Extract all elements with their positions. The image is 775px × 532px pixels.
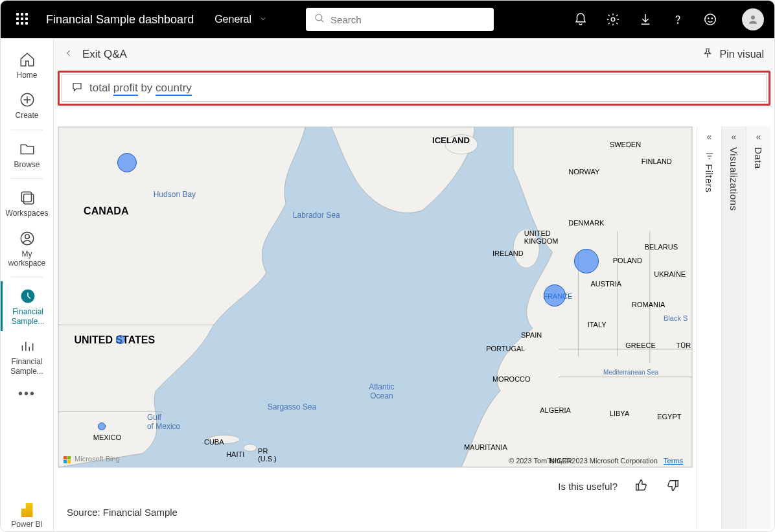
svg-point-1 [611,17,615,21]
sidebar-label: Financial Sample... [3,357,51,376]
global-search[interactable] [306,8,494,31]
search-input[interactable] [330,14,486,25]
download-icon[interactable] [638,12,653,27]
map-country-label: POLAND [613,257,642,264]
sidebar-item-browse[interactable]: Browse [1,134,53,174]
sidebar-item-financial-report[interactable]: Financial Sample... [1,331,53,381]
svg-rect-9 [23,194,33,204]
app-header: Financial Sample dashboard General [1,1,774,38]
chevron-left-icon [64,48,73,61]
sidebar-more[interactable]: ••• [18,386,36,401]
sidebar-item-workspaces[interactable]: Workspaces [1,183,53,223]
pin-visual-button[interactable]: Pin visual [702,47,764,62]
svg-point-6 [751,16,755,19]
map-country-label: UNITEDKINGDOM [524,229,559,245]
thumbs-down-icon[interactable] [665,478,680,494]
map-data-bubble[interactable] [116,335,125,344]
chat-bubble-icon [71,81,83,96]
expand-chevron-icon: « [732,132,737,142]
user-avatar[interactable] [742,8,764,30]
map-credits: © 2023 TomTom, © 2023 Microsoft Corporat… [509,457,683,465]
map-data-bubble[interactable] [574,249,599,273]
map-water-label: Black S [664,314,688,322]
map-water-label: Mediterranean Sea [603,369,658,376]
sidebar-label: Home [16,71,37,80]
visualizations-pane-collapsed[interactable]: « Visualizations [721,126,746,529]
exit-qna-button[interactable]: Exit Q&A [64,48,127,61]
thumbs-up-icon[interactable] [634,478,649,494]
svg-point-0 [316,14,322,21]
map-region-label: ICELAND [432,135,470,145]
map-country-label: TÜR [677,341,691,349]
app-launcher-icon[interactable] [16,13,29,26]
expand-chevron-icon: « [756,132,761,142]
dashboard-title: Financial Sample dashboard [46,13,194,27]
map-overlay-labels: CANADAUNITED STATESICELANDHudson BayLabr… [58,127,692,467]
sidebar-item-create[interactable]: Create [1,85,53,125]
map-country-label: GREECE [625,341,655,349]
map-country-label: HAITI [226,450,244,458]
map-country-label: LIBYA [610,410,629,417]
sidebar-item-my-workspace[interactable]: My workspace [1,224,53,273]
help-icon[interactable] [671,12,685,27]
map-country-label: CUBA [204,438,224,446]
data-pane-collapsed[interactable]: « Data [746,126,770,529]
map-data-bubble[interactable] [98,422,106,430]
map-country-label: MOROCCO [492,375,531,383]
filters-pane-collapsed[interactable]: « Filters [697,126,721,529]
svg-point-4 [708,18,709,19]
svg-point-3 [705,14,716,25]
sensitivity-dropdown[interactable]: General [209,14,267,25]
exit-qna-label: Exit Q&A [82,48,127,61]
map-country-label: ITALY [588,321,607,329]
sidebar-label: Create [15,111,38,120]
map-country-label: ROMANIA [632,301,665,308]
map-country-label: MEXICO [93,434,121,441]
sidebar-item-financial-dashboard[interactable]: Financial Sample... [1,281,53,331]
map-country-label: BELARUS [645,243,678,251]
filters-icon [704,151,715,164]
map-country-label: DENMARK [568,219,604,227]
map-country-label: PR(U.S.) [258,447,277,463]
map-country-label: FINLAND [642,157,672,165]
sidebar-item-home[interactable]: Home [1,45,53,85]
map-country-label: IRELAND [492,249,524,257]
notifications-icon[interactable] [573,12,588,27]
map-water-label: Sargasso Sea [268,402,316,411]
chevron-down-icon [259,14,267,25]
feedback-icon[interactable] [703,12,717,27]
map-water-label: AtlanticOcean [369,382,394,400]
feedback-prompt: Is this useful? [551,474,686,498]
source-label: Source: Financial Sample [67,507,178,518]
map-country-label: ALGERIA [540,406,571,414]
useful-label: Is this useful? [558,481,618,492]
sidebar-label: Browse [14,160,40,169]
map-country-label: EGYPT [657,413,681,421]
sidebar-brand: Power BI [1,503,53,529]
qna-text: total profit by country [89,82,192,95]
map-terms-link[interactable]: Terms [664,457,683,465]
qna-input[interactable]: total profit by country [62,75,767,102]
filters-label: Filters [704,164,715,192]
main-content: Exit Q&A Pin visual total profit by coun… [54,38,774,532]
svg-point-11 [25,235,29,239]
map-water-label: Gulfof Mexico [147,413,180,431]
map-country-label: UKRAINE [654,270,686,278]
nav-sidebar: Home Create Browse Workspaces My workspa… [1,38,54,532]
sidebar-label: My workspace [3,249,51,268]
svg-point-2 [677,23,678,23]
search-icon [314,12,325,27]
brand-label: Power BI [11,520,43,529]
qna-highlight-frame: total profit by country [58,71,770,106]
map-visual[interactable]: CANADAUNITED STATESICELANDHudson BayLabr… [58,126,693,468]
map-data-bubble[interactable] [544,284,566,306]
map-country-label: SPAIN [521,331,542,339]
settings-icon[interactable] [606,12,620,27]
svg-point-5 [711,18,712,19]
bing-attribution: Microsoft Bing [64,455,120,463]
sensitivity-label: General [214,14,251,25]
svg-rect-8 [21,192,31,202]
map-data-bubble[interactable] [117,153,137,172]
map-region-label: CANADA [84,205,128,217]
powerbi-logo-icon [21,503,33,517]
